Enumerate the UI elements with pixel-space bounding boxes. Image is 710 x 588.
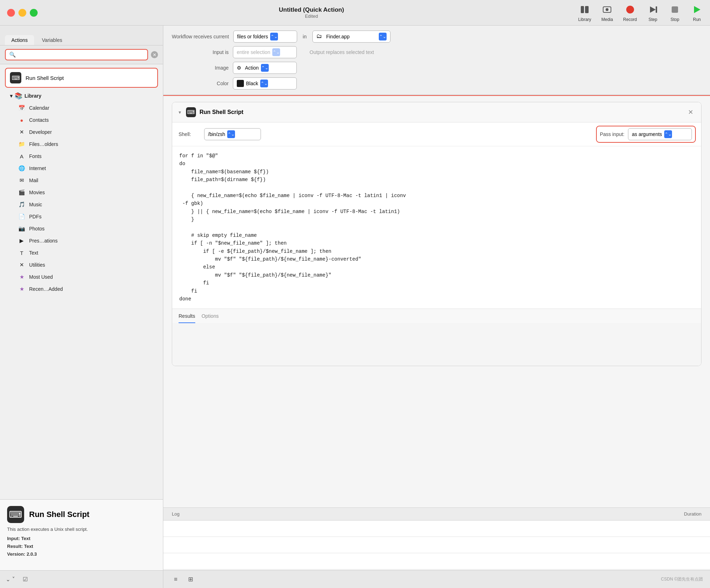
sidebar-item-developer[interactable]: ✕ Developer [5,126,158,138]
workflow-config: Workflow receives current files or folde… [163,26,710,95]
left-panel: Actions Variables 🔍 shell ✕ ⌨ Run Shell … [0,26,163,588]
library-button[interactable]: Library [578,4,591,22]
search-result-label: Run Shell Script [26,75,64,81]
movies-icon: 🎬 [18,189,26,196]
sidebar-item-calendar[interactable]: 📅 Calendar [5,102,158,114]
sidebar-item-music[interactable]: 🎵 Music [5,198,158,211]
sidebar-item-most-used[interactable]: ★ Most Used [5,271,158,283]
action-card-close-button[interactable]: ✕ [686,108,695,116]
internet-icon: 🌐 [18,164,26,172]
app-select[interactable]: 🗂 Finder.app ⌃⌄ [312,31,390,43]
sidebar-section-library: ▾ 📚 Library 📅 Calendar ● Contacts ✕ Deve… [5,90,158,295]
expand-button[interactable]: ⌄ ˅ [5,574,16,585]
bottom-info-panel: ⌨ Run Shell Script This action executes … [0,499,163,570]
pass-input-select[interactable]: as arguments ⌃⌄ [628,128,692,140]
sidebar-item-movies[interactable]: 🎬 Movies [5,186,158,198]
checkbox-button[interactable]: ☑ [20,574,31,585]
svg-point-4 [626,6,634,13]
library-icon [579,4,591,16]
photos-icon: 📷 [18,225,26,233]
sidebar-item-label: Pres…ations [29,238,58,244]
stop-button[interactable]: Stop [669,4,681,22]
search-results: ⌨ Run Shell Script ▾ 📚 Library 📅 Calenda… [0,64,163,499]
pass-input-chevron: ⌃⌄ [664,130,672,138]
sidebar-item-files[interactable]: 📁 Files…olders [5,138,158,150]
right-bottom-toolbar: ≡ ⊞ CSDN ©团先生有点团 [163,570,710,588]
shell-label: Shell: [179,131,200,137]
input-label: Input: [7,536,20,541]
search-bar: 🔍 shell ✕ [0,45,163,64]
color-select[interactable]: Black ⌃⌄ [233,77,297,89]
grid-view-button[interactable]: ⊞ [185,574,196,585]
mail-icon: ✉ [18,176,26,184]
record-button[interactable]: Record [623,4,637,22]
search-icon: 🔍 [9,51,16,58]
shell-select[interactable]: /bin/zsh ⌃⌄ [204,128,261,140]
record-icon [624,4,636,16]
search-clear-button[interactable]: ✕ [151,51,158,58]
files-or-folders-select[interactable]: files or folders ⌃⌄ [233,31,297,43]
developer-icon: ✕ [18,128,26,136]
step-icon [647,4,659,16]
version-value: 2.0.3 [27,551,37,557]
sidebar-item-pdfs[interactable]: 📄 PDFs [5,211,158,223]
sidebar-item-label: Fonts [29,153,42,159]
sidebar-item-label: Text [29,250,38,256]
search-input[interactable]: shell [19,52,144,58]
sidebar-item-label: Most Used [29,274,53,280]
run-label: Run [693,17,701,22]
close-button[interactable] [7,9,15,17]
maximize-button[interactable] [30,9,38,17]
sidebar-item-label: Movies [29,190,45,195]
utilities-icon: ✕ [18,261,26,269]
result-value: Text [24,544,33,549]
log-area: Log Duration [163,507,710,570]
sidebar-item-recently-added[interactable]: ★ Recen…Added [5,283,158,295]
sidebar-item-mail[interactable]: ✉ Mail [5,174,158,186]
sidebar-section-header[interactable]: ▾ 📚 Library [5,90,158,102]
sidebar-item-fonts[interactable]: A Fonts [5,150,158,162]
recently-added-icon: ★ [18,285,26,293]
stop-label: Stop [671,17,679,22]
image-label: Image [172,65,229,71]
shell-chevron: ⌃⌄ [227,130,235,138]
image-chevron: ⌃⌄ [261,64,269,72]
tab-bar: Actions Variables [0,26,163,45]
sidebar-item-contacts[interactable]: ● Contacts [5,114,158,126]
output-replaces-label: Output replaces selected text [310,49,374,55]
sidebar-item-label: Recen…Added [29,286,63,292]
search-result-item[interactable]: ⌨ Run Shell Script [5,68,158,88]
bottom-info-header: ⌨ Run Shell Script [7,506,156,523]
main-layout: Actions Variables 🔍 shell ✕ ⌨ Run Shell … [0,26,710,588]
step-button[interactable]: Step [647,4,659,22]
image-select[interactable]: ⚙ Action ⌃⌄ [233,62,297,74]
tab-actions[interactable]: Actions [5,35,34,45]
tab-variables[interactable]: Variables [36,35,69,45]
sidebar-item-presentations[interactable]: ▶ Pres…ations [5,235,158,247]
log-label: Log [172,511,684,517]
workflow-config-row-3: Image ⚙ Action ⌃⌄ [172,62,701,74]
sidebar-item-text[interactable]: T Text [5,247,158,259]
stop-icon [669,4,681,16]
log-row [163,537,710,553]
color-chevron: ⌃⌄ [260,80,268,87]
text-icon: T [18,249,26,257]
pdfs-icon: 📄 [18,213,26,220]
sidebar-item-internet[interactable]: 🌐 Internet [5,162,158,174]
options-tab[interactable]: Options [202,313,219,323]
minimize-button[interactable] [18,9,26,17]
sidebar-library-icon: 📚 [15,92,22,100]
code-editor[interactable]: for f in "$@" do file_name=$(basename ${… [172,146,701,309]
run-button[interactable]: Run [691,4,703,22]
results-tab[interactable]: Results [179,313,195,323]
media-button[interactable]: Media [601,4,613,22]
sidebar-item-utilities[interactable]: ✕ Utilities [5,259,158,271]
sidebar-item-photos[interactable]: 📷 Photos [5,223,158,235]
collapse-icon[interactable]: ▾ [179,109,181,115]
search-input-wrap: 🔍 shell [5,49,148,60]
list-view-button[interactable]: ≡ [170,574,181,585]
bottom-info-meta: Input: Text Result: Text Version: 2.0.3 [7,535,156,558]
in-label: in [301,34,308,39]
input-is-select[interactable]: entire selection ⌃⌄ [233,46,297,58]
title-info: Untitled (Quick Action) Edited [45,6,578,19]
